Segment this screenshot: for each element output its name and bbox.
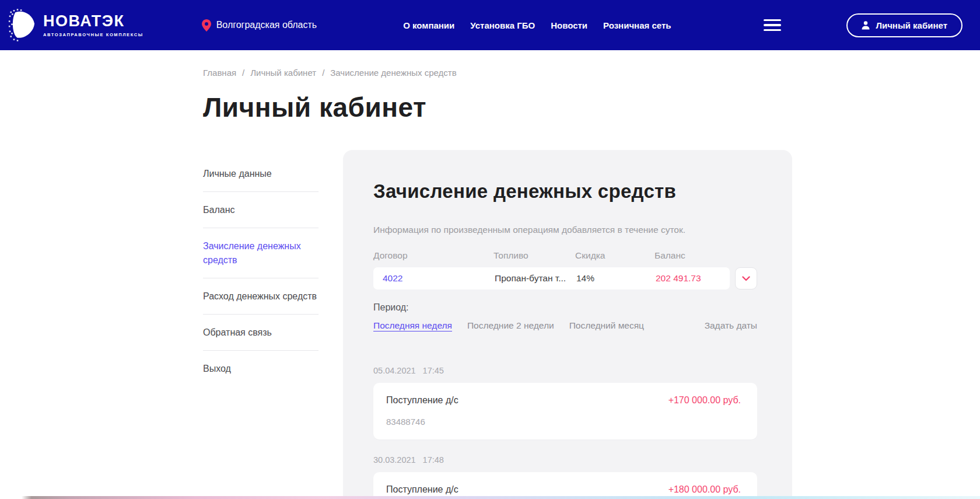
logo-subtitle: АВТОЗАПРАВОЧНЫЕ КОМПЛЕКСЫ <box>43 32 144 37</box>
col-header-contract: Договор <box>373 250 494 261</box>
transaction-amount: +180 000.00 руб. <box>668 484 741 495</box>
sidebar-item-personal-data[interactable]: Личные данные <box>203 156 318 192</box>
period-label: Период: <box>373 302 757 313</box>
sidebar-item-balance[interactable]: Баланс <box>203 192 318 228</box>
main-nav: О компании Установка ГБО Новости Розничн… <box>403 20 671 30</box>
breadcrumb-separator: / <box>322 68 324 78</box>
transaction-card[interactable]: Поступление д/с +170 000.00 руб. 8348874… <box>373 383 757 439</box>
page-title: Личный кабинет <box>203 92 980 123</box>
breadcrumb-separator: / <box>242 68 244 78</box>
user-icon <box>862 21 870 30</box>
nav-link-about[interactable]: О компании <box>403 20 454 30</box>
contract-discount: 14% <box>576 273 656 284</box>
nav-link-retail[interactable]: Розничная сеть <box>603 20 671 30</box>
contract-balance: 202 491.73 <box>656 273 720 284</box>
period-set-dates[interactable]: Задать даты <box>705 320 757 331</box>
transaction-time-value: 17:48 <box>423 455 444 465</box>
location-pin-icon <box>202 19 211 32</box>
sidebar-item-expenses[interactable]: Расход денежных средств <box>203 278 318 315</box>
transaction-amount: +170 000.00 руб. <box>668 395 741 406</box>
logo-mark-icon <box>8 8 38 42</box>
nav-link-news[interactable]: Новости <box>551 20 587 30</box>
period-filters: Последняя неделя Последние 2 недели Посл… <box>373 320 757 331</box>
nav-link-gbo[interactable]: Установка ГБО <box>470 20 535 30</box>
region-label: Волгоградская область <box>216 20 317 30</box>
period-last-week[interactable]: Последняя неделя <box>373 320 452 331</box>
col-header-fuel: Топливо <box>494 250 575 261</box>
deposits-panel: Зачисление денежных средств Информация п… <box>343 150 792 499</box>
contract-number[interactable]: 4022 <box>383 273 495 284</box>
breadcrumb: Главная / Личный кабинет / Зачисление де… <box>203 68 980 78</box>
transaction-card[interactable]: Поступление д/с +180 000.00 руб. 8346698… <box>373 472 757 499</box>
account-button-label: Личный кабинет <box>876 20 947 30</box>
contract-expand-button[interactable] <box>735 267 757 289</box>
contract-row-strip: 4022 Пропан-бутан т... 14% 202 491.73 <box>373 267 757 289</box>
transaction-date-value: 05.04.2021 <box>373 366 416 375</box>
transaction-date: 30.03.2021 17:48 <box>373 455 757 465</box>
transaction-time-value: 17:45 <box>423 366 444 375</box>
content: Личные данные Баланс Зачисление денежных… <box>203 150 980 499</box>
transaction-date-value: 30.03.2021 <box>373 455 416 465</box>
panel-title: Зачисление денежных средств <box>373 180 757 203</box>
header: НОВАТЭК АВТОЗАПРАВОЧНЫЕ КОМПЛЕКСЫ Волгог… <box>0 0 980 50</box>
transaction-date: 05.04.2021 17:45 <box>373 366 757 375</box>
breadcrumb-account[interactable]: Личный кабинет <box>250 68 316 78</box>
transaction-title: Поступление д/с <box>386 484 459 495</box>
logo-title: НОВАТЭК <box>43 13 144 29</box>
contract-fuel: Пропан-бутан т... <box>495 273 576 284</box>
panel-note: Информация по произведенным операциям до… <box>373 225 757 235</box>
col-header-discount: Скидка <box>575 250 654 261</box>
sidebar: Личные данные Баланс Зачисление денежных… <box>203 150 318 386</box>
sidebar-item-logout[interactable]: Выход <box>203 351 318 386</box>
contract-row[interactable]: 4022 Пропан-бутан т... 14% 202 491.73 <box>373 267 730 289</box>
breadcrumb-current: Зачисление денежных средств <box>330 68 456 78</box>
sidebar-item-deposits[interactable]: Зачисление денежных средств <box>203 228 318 278</box>
breadcrumb-home[interactable]: Главная <box>203 68 236 78</box>
transaction-title: Поступление д/с <box>386 395 459 406</box>
col-header-balance: Баланс <box>654 250 757 261</box>
account-button[interactable]: Личный кабинет <box>846 13 963 37</box>
transaction-id: 83488746 <box>386 417 741 427</box>
region-selector[interactable]: Волгоградская область <box>202 19 317 32</box>
logo[interactable]: НОВАТЭК АВТОЗАПРАВОЧНЫЕ КОМПЛЕКСЫ <box>8 8 144 42</box>
hamburger-menu-icon[interactable] <box>764 19 781 32</box>
chevron-down-icon <box>742 276 750 281</box>
bottom-gradient-strip <box>0 496 980 499</box>
sidebar-item-feedback[interactable]: Обратная связь <box>203 315 318 351</box>
period-last-2-weeks[interactable]: Последние 2 недели <box>467 320 554 331</box>
page: НОВАТЭК АВТОЗАПРАВОЧНЫЕ КОМПЛЕКСЫ Волгог… <box>0 0 980 499</box>
period-last-month[interactable]: Последний месяц <box>569 320 644 331</box>
contract-table-header: Договор Топливо Скидка Баланс <box>373 250 757 261</box>
